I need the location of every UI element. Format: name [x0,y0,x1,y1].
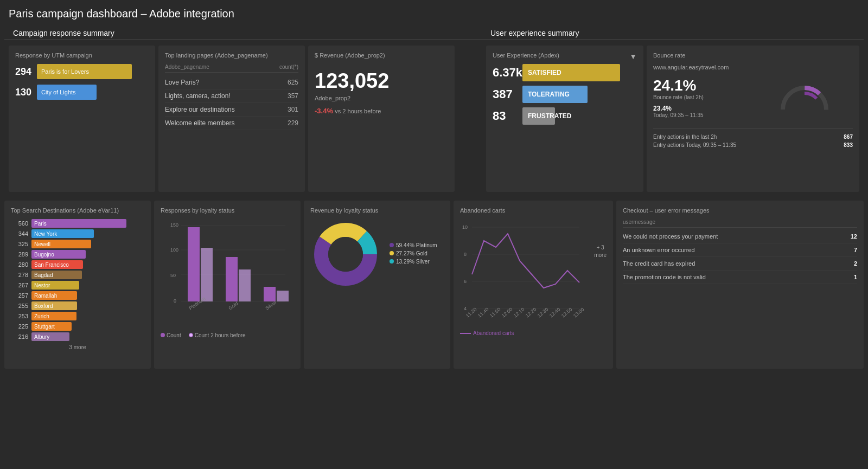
bounce-gauge [775,77,834,120]
svg-rect-14 [239,269,251,301]
rev-loyalty-title: Revenue by loyalty status [310,207,444,214]
svg-text:Gold: Gold [227,301,239,311]
svg-point-2 [788,93,821,120]
utm-bar-1: 294 Paris is for Lovers [15,64,149,79]
search-bar-row: 225 Stuttgart [11,322,144,331]
svg-text:100: 100 [170,247,178,253]
abandoned-card: Abandoned carts 10 8 6 4 11:30 11:40 11:… [454,201,613,369]
svg-rect-12 [201,248,213,301]
svg-text:12:40: 12:40 [548,306,561,318]
svg-text:11:30: 11:30 [465,306,478,318]
landing-col1: Adobe_pagename [165,64,209,70]
search-bar-row: 255 Boxford [11,301,144,310]
search-card: Top Search Destinations (Adobe eVar11) 5… [4,201,151,369]
loyalty-legend: Count Count 2 hours before [161,332,294,338]
search-bar-row: 267 Nestor [11,281,144,290]
lp-row-2: Lights, camera, action! 357 [165,89,298,103]
revenue-value: 123,052 [315,69,448,93]
landing-col2: count(*) [279,64,298,70]
lp-row-1: Love Paris? 625 [165,76,298,89]
search-bar-row: 289 Bugojno [11,250,144,259]
search-bar-row: 344 New York [11,229,144,238]
apdex-row-satisfied: 6.37k SATISFIED [493,64,637,81]
svg-rect-15 [264,287,276,301]
svg-text:11:40: 11:40 [477,306,490,318]
donut-container: 59.44% Platinum 27.27% Gold 13.29% Silve… [310,219,444,290]
bounce-last2h-value: 24.1% [653,77,750,94]
svg-text:12:20: 12:20 [525,306,538,318]
svg-text:4: 4 [464,306,467,311]
svg-point-23 [328,237,363,272]
lp-row-3: Explore our destinations 301 [165,103,298,117]
svg-text:12:30: 12:30 [537,306,550,318]
svg-text:150: 150 [170,222,178,228]
rev-loyalty-card: Revenue by loyalty status 59.44% Platinu… [304,201,450,369]
svg-text:6: 6 [464,279,467,284]
err-row-1: We could not process your payment 12 [623,230,857,243]
revenue-change-row: -3.4% vs 2 hours before [315,107,448,115]
search-bar-row: 216 Albury [11,332,144,341]
search-bar-row: 280 San Francisco [11,260,144,269]
donut-legend: 59.44% Platinum 27.27% Gold 13.29% Silve… [390,242,437,267]
utm-title: Response by UTM campaign [15,52,149,59]
search-bars: 560 Paris 344 New York 325 Newell 289 Bu… [11,219,144,341]
svg-text:13:00: 13:00 [572,306,585,318]
err-row-4: The promotion code is not valid 1 [623,271,857,284]
apdex-row-frustrated: 83 FRUSTRATED [493,107,637,125]
search-bar-row: 325 Newell [11,240,144,248]
loyalty-title: Responses by loyalty status [161,207,294,214]
svg-rect-13 [226,257,238,301]
svg-rect-11 [188,227,200,301]
abandoned-title: Abandoned carts [460,207,607,214]
campaign-section-header: Campaign response summary [4,25,482,40]
errors-title: Checkout – user error messages [623,207,857,214]
apdex-row-tolerating: 387 TOLERATING [493,86,637,103]
utm-card: Response by UTM campaign 294 Paris is fo… [9,46,155,192]
bounce-card: Bounce rate www.angular.easytravel.com 2… [647,46,859,192]
apdex-card: User Experience (Apdex) ▼ 6.37k SATISFIE… [486,46,643,192]
search-bar-row: 278 Bagdad [11,271,144,279]
loyalty-chart: 150 100 50 0 Platinum Gold Silver [161,219,291,327]
bounce-metrics: Entry actions in the last 2h 867 Entry a… [653,128,853,149]
err-row-2: An unknown error occurred 7 [623,243,857,257]
svg-text:12:10: 12:10 [513,306,526,318]
utm-bar-2: 130 City of Lights [15,85,149,100]
bounce-url: www.angular.easytravel.com [653,64,853,70]
filter-icon[interactable]: ▼ [629,52,637,61]
search-bar-row: 560 Paris [11,219,144,228]
svg-text:0: 0 [174,298,176,304]
abandoned-chart: 10 8 6 4 11:30 11:40 11:50 12:00 12:10 1… [460,219,607,327]
page-title: Paris campaign dashboard – Adobe integra… [0,0,868,25]
search-bar-row: 253 Zurich [11,312,144,320]
lp-row-4: Welcome elite members 229 [165,117,298,130]
svg-text:8: 8 [464,252,467,257]
ux-section-header: User experience summary [482,25,864,40]
revenue-label: Adobe_prop2 [315,95,448,101]
landing-title: Top landing pages (Adobe_pagename) [165,52,298,59]
donut-chart [310,219,381,290]
svg-text:12:50: 12:50 [560,306,573,318]
svg-rect-16 [277,291,289,301]
search-bar-row: 257 Ramallah [11,291,144,300]
landing-card: Top landing pages (Adobe_pagename) Adobe… [158,46,305,192]
svg-text:12:00: 12:00 [501,306,514,318]
errors-col-header: usermessage [623,219,857,228]
svg-text:11:50: 11:50 [489,306,502,318]
svg-text:50: 50 [170,273,176,278]
err-row-3: The credit card has expired 2 [623,257,857,271]
bounce-last2h-label: Bounce rate (last 2h) [653,94,750,100]
revenue-title: $ Revenue (Adobe_prop2) [315,52,448,59]
search-title: Top Search Destinations (Adobe eVar11) [11,207,144,214]
svg-text:10: 10 [462,224,468,230]
bounce-today-value: 23.4% [653,105,750,112]
apdex-title: User Experience (Apdex) [493,52,637,59]
search-more[interactable]: 3 more [11,344,144,350]
errors-card: Checkout – user error messages usermessa… [616,201,864,369]
bounce-today-label: Today, 09:35 – 11:35 [653,112,750,118]
bounce-title: Bounce rate [653,52,853,59]
loyalty-card: Responses by loyalty status 150 100 50 0… [154,201,301,369]
revenue-card: $ Revenue (Adobe_prop2) 123,052 Adobe_pr… [308,46,455,192]
